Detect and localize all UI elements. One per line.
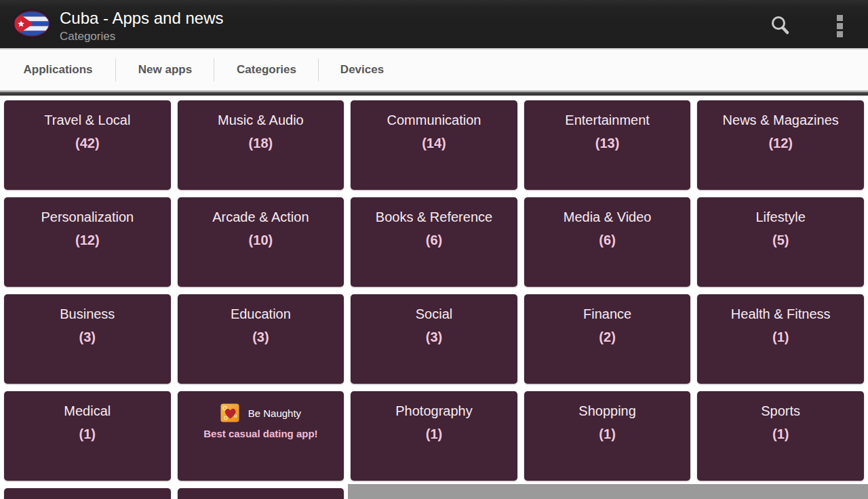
category-name: Education (231, 306, 291, 323)
category-tile-communication[interactable]: Communication (14) (351, 100, 517, 190)
app-title: Cuba - Apps and news (60, 7, 224, 28)
category-grid: Travel & Local (42) Music & Audio (18) C… (0, 96, 868, 499)
category-tile-sports[interactable]: Sports (1) (697, 391, 864, 481)
category-name: Business (60, 306, 115, 323)
tab-new-apps[interactable]: New apps (116, 49, 214, 90)
category-tile-news-magazines[interactable]: News & Magazines (12) (697, 100, 864, 190)
category-count: (6) (599, 232, 615, 249)
overflow-dot (837, 23, 843, 29)
category-name: Social (416, 306, 452, 323)
category-count: (1) (772, 426, 789, 443)
category-name: Medical (64, 403, 111, 420)
category-name: Media & Video (564, 209, 652, 226)
tab-label: Categories (237, 63, 296, 77)
tab-bar: Applications New apps Categories Devices (0, 48, 868, 90)
category-tile-media-video[interactable]: Media & Video (6) (524, 197, 691, 287)
category-name: Personalization (41, 209, 134, 226)
category-tile-travel-local[interactable]: Travel & Local (42) (4, 100, 171, 190)
category-count: (1) (772, 329, 789, 346)
tab-applications[interactable]: Applications (0, 49, 116, 90)
category-count: (2) (599, 329, 615, 346)
category-name: Shopping (578, 403, 636, 420)
category-tile-education[interactable]: Education (3) (178, 294, 344, 384)
category-name: Health & Fitness (731, 306, 831, 323)
category-tile-arcade-action[interactable]: Arcade & Action (10) (178, 197, 344, 287)
category-name: Sports (761, 403, 800, 420)
ad-header: Be Naughty (220, 403, 301, 422)
category-count: (1) (426, 426, 442, 443)
action-bar: Cuba - Apps and news Categories (0, 0, 868, 48)
ad-tagline: Best casual dating app! (203, 428, 317, 439)
category-tile-entertainment[interactable]: Entertainment (13) (524, 100, 691, 190)
category-count: (3) (426, 329, 442, 346)
category-name: Lifestyle (756, 209, 806, 226)
category-name: News & Magazines (723, 112, 839, 129)
search-icon[interactable] (769, 14, 792, 37)
category-count: (12) (768, 135, 793, 152)
tab-devices[interactable]: Devices (319, 49, 406, 90)
category-tile-books-reference[interactable]: Books & Reference (6) (351, 197, 517, 287)
category-count: (1) (599, 426, 615, 443)
category-count: (13) (595, 135, 620, 152)
category-tile-partial[interactable] (178, 488, 344, 499)
page-subtitle: Categories (60, 28, 224, 44)
category-count: (3) (79, 329, 96, 346)
ad-banner-placeholder[interactable] (348, 484, 868, 499)
category-name: Communication (387, 112, 481, 129)
category-tile-finance[interactable]: Finance (2) (524, 294, 691, 384)
title-block: Cuba - Apps and news Categories (60, 7, 224, 44)
tab-label: Devices (340, 63, 384, 77)
category-name: Arcade & Action (212, 209, 309, 226)
cuba-flag-icon (12, 9, 52, 39)
category-tile-lifestyle[interactable]: Lifestyle (5) (697, 197, 864, 287)
tab-categories[interactable]: Categories (214, 49, 319, 90)
tab-label: Applications (23, 63, 92, 77)
overflow-dot (837, 31, 843, 37)
category-count: (3) (252, 329, 269, 346)
category-count: (42) (75, 135, 100, 152)
ad-tile[interactable]: Be Naughty Best casual dating app! (178, 391, 344, 481)
category-count: (1) (79, 426, 96, 443)
tab-bar-shadow (0, 90, 868, 96)
overflow-dot (837, 15, 843, 21)
category-count: (18) (249, 135, 273, 152)
category-tile-personalization[interactable]: Personalization (12) (4, 197, 171, 287)
category-tile-partial[interactable] (4, 488, 171, 499)
category-name: Finance (583, 306, 631, 323)
category-count: (14) (422, 135, 446, 152)
ad-app-name: Be Naughty (248, 407, 301, 419)
category-count: (10) (249, 232, 273, 249)
category-tile-photography[interactable]: Photography (1) (351, 391, 517, 481)
category-name: Photography (395, 403, 472, 420)
app-root: Cuba - Apps and news Categories Applicat… (0, 0, 868, 499)
overflow-menu-icon[interactable] (833, 14, 846, 37)
category-tile-health-fitness[interactable]: Health & Fitness (1) (697, 294, 864, 384)
category-count: (5) (772, 232, 789, 249)
category-name: Travel & Local (44, 112, 130, 129)
category-name: Entertainment (565, 112, 650, 129)
category-count: (6) (426, 232, 442, 249)
category-name: Music & Audio (218, 112, 304, 129)
category-count: (12) (75, 232, 100, 249)
category-tile-social[interactable]: Social (3) (351, 294, 517, 384)
category-tile-business[interactable]: Business (3) (4, 294, 171, 384)
category-tile-music-audio[interactable]: Music & Audio (18) (178, 100, 344, 190)
category-tile-shopping[interactable]: Shopping (1) (524, 391, 691, 481)
tab-label: New apps (138, 63, 192, 77)
category-name: Books & Reference (376, 209, 492, 226)
category-tile-medical[interactable]: Medical (1) (4, 391, 171, 481)
heart-app-icon (220, 403, 239, 422)
